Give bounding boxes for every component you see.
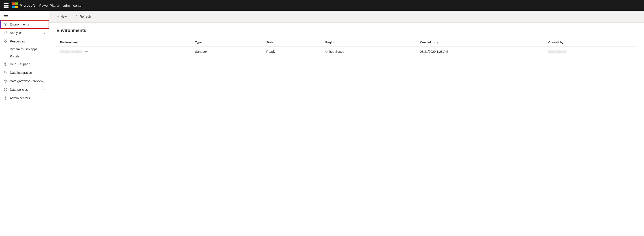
- sidebar-item-dynamics365apps[interactable]: Dynamics 365 apps: [0, 46, 49, 53]
- data-gateways-icon: [4, 79, 8, 83]
- microsoft-logo: Microsoft: [12, 2, 35, 8]
- svg-rect-6: [4, 72, 5, 72]
- environment-name: Private sandbox: [60, 50, 82, 53]
- sidebar-data-integration-label: Data integration: [10, 71, 32, 74]
- col-created-by: Created by: [545, 38, 637, 46]
- new-button-label: New: [60, 15, 67, 18]
- row-more-button[interactable]: ···: [83, 49, 90, 54]
- data-policies-icon: [4, 88, 8, 92]
- topbar: Microsoft Power Platform admin center: [0, 0, 644, 11]
- main-layout: Environments Analytics ⌄: [0, 11, 644, 236]
- col-created-on: Created on ↓: [416, 38, 544, 46]
- hamburger-button[interactable]: [0, 11, 49, 20]
- refresh-icon: ↻: [76, 15, 78, 18]
- sidebar-item-portals[interactable]: Portals: [0, 53, 49, 60]
- sort-icon: ↓: [437, 41, 438, 44]
- environments-table: Environment Type State Region Created on…: [56, 38, 637, 57]
- sidebar-data-gateways-label: Data gateways (preview): [10, 79, 44, 83]
- created-by-name: Ryan Barnes: [548, 50, 566, 53]
- svg-point-9: [5, 98, 6, 99]
- sidebar-item-help-support[interactable]: Help + support: [0, 60, 49, 68]
- resources-icon: [4, 39, 8, 43]
- svg-rect-2: [4, 42, 5, 43]
- help-icon: [4, 62, 8, 66]
- col-state: State: [262, 38, 322, 46]
- sidebar-item-data-gateways[interactable]: Data gateways (preview): [0, 77, 49, 85]
- page-title: Environments: [56, 28, 637, 33]
- sidebar-analytics-label: Analytics: [10, 31, 22, 35]
- sidebar-item-data-policies[interactable]: Data policies ↗: [0, 85, 49, 94]
- sidebar-item-data-integration[interactable]: Data integration: [0, 68, 49, 77]
- svg-rect-1: [6, 40, 7, 41]
- refresh-button-label: Refresh: [80, 15, 91, 18]
- admin-centers-icon: [4, 96, 8, 100]
- page-content: Environments Environment Type State Regi…: [49, 22, 644, 236]
- svg-point-8: [5, 80, 6, 81]
- sidebar-help-label: Help + support: [10, 62, 30, 66]
- toolbar: + New ↻ Refresh: [49, 11, 644, 22]
- portals-label: Portals: [10, 55, 20, 58]
- admin-centers-chevron: ⌄: [44, 97, 46, 100]
- cell-created-by: Ryan Barnes: [545, 46, 637, 57]
- cell-region: United States: [322, 46, 416, 57]
- table-row: Private sandbox ··· Sandbox Ready United…: [56, 46, 637, 57]
- sidebar-item-environments[interactable]: Environments: [0, 20, 49, 29]
- sidebar-admin-centers-label: Admin centers: [10, 96, 30, 100]
- svg-rect-0: [4, 40, 5, 41]
- analytics-icon: [4, 31, 8, 35]
- col-region: Region: [322, 38, 416, 46]
- analytics-chevron: ⌄: [44, 32, 46, 34]
- cell-state: Ready: [262, 46, 322, 57]
- waffle-menu-icon[interactable]: [4, 3, 8, 8]
- sidebar-resources-label: Resources: [10, 40, 25, 43]
- svg-point-5: [5, 65, 6, 65]
- sidebar: Environments Analytics ⌄: [0, 11, 49, 236]
- cell-type: Sandbox: [192, 46, 262, 57]
- refresh-button[interactable]: ↻ Refresh: [73, 13, 93, 20]
- sidebar-item-admin-centers[interactable]: Admin centers ⌄: [0, 94, 49, 102]
- layers-icon: [4, 22, 8, 26]
- dynamics365apps-label: Dynamics 365 apps: [10, 47, 38, 51]
- sidebar-data-policies-label: Data policies: [10, 88, 28, 91]
- sidebar-item-resources[interactable]: Resources ⌃: [0, 37, 49, 46]
- plus-icon: +: [57, 15, 59, 18]
- cell-environment: Private sandbox ···: [56, 46, 192, 57]
- svg-rect-7: [6, 73, 7, 74]
- sidebar-environments-label: Environments: [10, 22, 29, 26]
- microsoft-label: Microsoft: [20, 3, 35, 7]
- col-environment: Environment: [56, 38, 192, 46]
- data-integration-icon: [4, 71, 8, 75]
- app-title: Power Platform admin center: [40, 3, 82, 7]
- col-type: Type: [192, 38, 262, 46]
- hamburger-icon: [4, 14, 46, 17]
- cell-created-on: 03/21/2020 1:28 AM: [416, 46, 544, 57]
- svg-rect-3: [6, 42, 7, 43]
- resources-chevron: ⌃: [44, 40, 46, 43]
- external-link-icon: ↗: [44, 88, 46, 91]
- sidebar-item-analytics[interactable]: Analytics ⌄: [0, 29, 49, 37]
- new-button[interactable]: + New: [54, 13, 70, 20]
- table-header: Environment Type State Region Created on…: [56, 38, 637, 46]
- table-body: Private sandbox ··· Sandbox Ready United…: [56, 46, 637, 57]
- content-area: + New ↻ Refresh Environments Environment…: [49, 11, 644, 236]
